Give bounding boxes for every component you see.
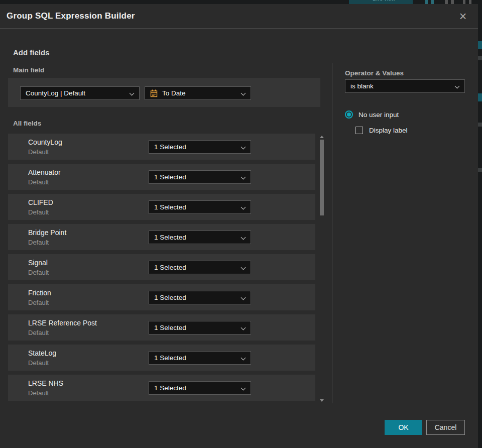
operator-dropdown-value: is blank	[350, 82, 374, 90]
field-selected-dropdown[interactable]: 1 Selected	[149, 170, 251, 184]
field-name: Signal	[28, 259, 48, 267]
operator-values-label: Operator & Values	[345, 69, 404, 77]
field-subtitle: Default	[28, 148, 49, 156]
chevron-down-icon	[455, 84, 460, 89]
field-name: CLIFED	[28, 198, 53, 206]
field-row: Signal Default 1 Selected	[8, 254, 315, 280]
cancel-button[interactable]: Cancel	[426, 420, 465, 435]
field-selected-value: 1 Selected	[154, 203, 186, 211]
field-selected-value: 1 Selected	[154, 294, 186, 301]
chevron-down-icon	[241, 91, 246, 96]
date-field-dropdown[interactable]: To Date	[145, 86, 251, 100]
all-fields-list: CountyLog Default 1 Selected Attenuator …	[8, 134, 315, 401]
list-scrollbar[interactable]	[319, 135, 325, 402]
toolbar-icon-fragment	[463, 0, 465, 4]
field-row: LRSE Reference Post Default 1 Selected	[8, 314, 315, 341]
field-name: LRSE Reference Post	[28, 319, 97, 327]
checkbox-unchecked-icon	[355, 127, 363, 134]
chevron-down-icon	[130, 91, 135, 96]
operator-dropdown[interactable]: is blank	[345, 79, 465, 93]
chevron-down-icon	[241, 356, 246, 361]
ok-button[interactable]: OK	[385, 420, 422, 435]
field-selected-value: 1 Selected	[154, 354, 186, 362]
display-label-label: Display label	[369, 127, 408, 134]
field-row: Bridge Point Default 1 Selected	[8, 224, 315, 250]
field-subtitle: Default	[28, 359, 49, 367]
field-selected-value: 1 Selected	[154, 173, 186, 181]
close-icon[interactable]: ×	[454, 6, 472, 26]
field-name: Attenuator	[28, 168, 61, 176]
background-fragment	[478, 93, 482, 101]
field-row: CountyLog Default 1 Selected	[8, 134, 315, 160]
field-selected-dropdown[interactable]: 1 Selected	[149, 261, 251, 274]
field-selected-dropdown[interactable]: 1 Selected	[149, 231, 251, 244]
background-right-sliver	[478, 4, 482, 448]
dialog-title: Group SQL Expression Builder	[7, 11, 135, 21]
field-selected-dropdown[interactable]: 1 Selected	[149, 140, 251, 154]
all-fields-label: All fields	[13, 120, 41, 127]
field-subtitle: Default	[28, 389, 49, 397]
background-fragment	[478, 168, 482, 172]
no-user-input-radio[interactable]: No user input	[345, 110, 399, 119]
chevron-down-icon	[241, 145, 246, 150]
field-row: StateLog Default 1 Selected	[8, 345, 315, 371]
field-selected-value: 1 Selected	[154, 143, 186, 151]
main-field-dropdown-value: CountyLog | Default	[26, 89, 85, 97]
background-fragment	[478, 56, 482, 60]
field-subtitle: Default	[28, 208, 49, 216]
field-name: Bridge Point	[28, 229, 66, 237]
background-fragment	[478, 123, 482, 127]
toolbar-icon-fragment	[445, 0, 448, 4]
field-name: StateLog	[28, 349, 56, 357]
scrollbar-thumb[interactable]	[320, 140, 324, 215]
chevron-down-icon	[241, 235, 246, 240]
field-subtitle: Default	[28, 269, 49, 276]
field-selected-dropdown[interactable]: 1 Selected	[149, 200, 251, 214]
scroll-down-icon[interactable]	[320, 399, 324, 402]
scroll-up-icon[interactable]	[320, 136, 324, 138]
field-row: CLIFED Default 1 Selected	[8, 194, 315, 220]
field-row: Attenuator Default 1 Selected	[8, 164, 315, 190]
field-selected-value: 1 Selected	[154, 384, 186, 392]
field-subtitle: Default	[28, 239, 49, 246]
chevron-down-icon	[241, 175, 246, 180]
main-field-dropdown[interactable]: CountyLog | Default	[20, 86, 140, 100]
field-selected-dropdown[interactable]: 1 Selected	[149, 321, 251, 334]
field-subtitle: Default	[28, 299, 49, 306]
toolbar-icon-fragment	[425, 0, 428, 4]
chevron-down-icon	[241, 205, 246, 210]
toolbar-icon-fragment	[469, 0, 471, 4]
field-row: LRSE NHS Default 1 Selected	[8, 375, 315, 401]
dialog-header: Group SQL Expression Builder ×	[0, 4, 478, 29]
field-row: Friction Default 1 Selected	[8, 284, 315, 310]
field-subtitle: Default	[28, 329, 49, 337]
display-label-checkbox[interactable]: Display label	[355, 127, 408, 134]
live-view-button[interactable]: Live view	[349, 0, 413, 4]
background-toolbar-sliver: Live view	[0, 0, 482, 4]
no-user-input-label: No user input	[358, 111, 399, 119]
chevron-down-icon	[241, 325, 246, 330]
field-selected-value: 1 Selected	[154, 264, 186, 271]
calendar-icon	[150, 89, 158, 97]
toolbar-icon-fragment	[451, 0, 454, 4]
group-sql-expression-builder-dialog: Group SQL Expression Builder × Add field…	[0, 4, 478, 448]
background-fragment	[478, 41, 482, 49]
radio-selected-icon	[345, 110, 353, 119]
field-selected-dropdown[interactable]: 1 Selected	[149, 291, 251, 304]
field-subtitle: Default	[28, 178, 49, 186]
add-fields-heading: Add fields	[13, 48, 50, 57]
field-selected-value: 1 Selected	[154, 234, 186, 241]
field-selected-dropdown[interactable]: 1 Selected	[149, 351, 251, 365]
field-name: Friction	[28, 289, 51, 297]
screen: Live view Group SQL Expression Builder ×…	[0, 0, 482, 448]
field-name: LRSE NHS	[28, 379, 63, 387]
main-field-label: Main field	[13, 66, 44, 74]
date-dropdown-value: To Date	[162, 89, 186, 97]
field-name: CountyLog	[28, 138, 62, 146]
chevron-down-icon	[241, 295, 246, 300]
chevron-down-icon	[241, 265, 246, 270]
field-selected-dropdown[interactable]: 1 Selected	[149, 381, 251, 395]
field-selected-value: 1 Selected	[154, 324, 186, 331]
live-view-label: Live view	[373, 0, 395, 2]
toolbar-icon-fragment	[431, 0, 434, 4]
